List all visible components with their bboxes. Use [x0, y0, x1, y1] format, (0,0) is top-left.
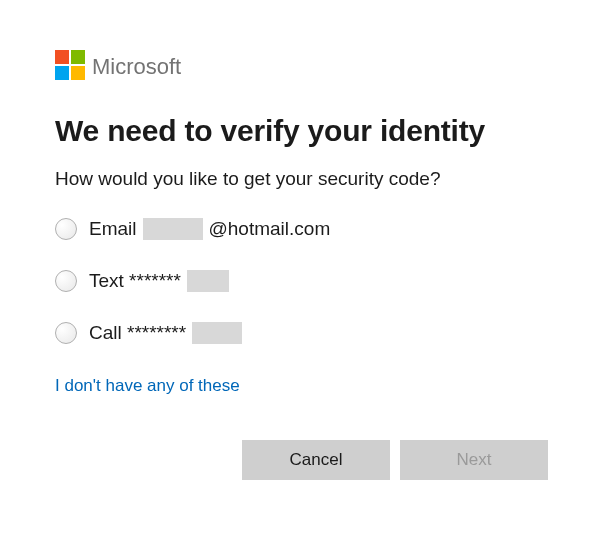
cancel-button[interactable]: Cancel — [242, 440, 390, 480]
prompt-text: How would you like to get your security … — [55, 168, 548, 190]
microsoft-logo-icon — [55, 50, 85, 84]
verification-options: Email @hotmail.com Text ******* Call ***… — [55, 218, 548, 344]
redacted-mask — [187, 270, 229, 292]
option-text[interactable]: Text ******* — [55, 270, 548, 292]
option-text-prefix: Text ******* — [89, 270, 181, 292]
option-email-suffix: @hotmail.com — [209, 218, 331, 240]
radio-icon — [55, 270, 77, 292]
svg-rect-0 — [55, 50, 69, 64]
option-email-label: Email @hotmail.com — [89, 218, 330, 240]
redacted-mask — [143, 218, 203, 240]
option-call-label: Call ******** — [89, 322, 248, 344]
option-text-label: Text ******* — [89, 270, 235, 292]
next-button[interactable]: Next — [400, 440, 548, 480]
svg-rect-2 — [55, 66, 69, 80]
brand-name: Microsoft — [92, 54, 181, 80]
svg-rect-1 — [71, 50, 85, 64]
brand-header: Microsoft — [55, 50, 548, 84]
redacted-mask — [192, 322, 242, 344]
svg-rect-3 — [71, 66, 85, 80]
no-options-link[interactable]: I don't have any of these — [55, 376, 240, 396]
page-title: We need to verify your identity — [55, 114, 548, 148]
radio-icon — [55, 218, 77, 240]
option-email-prefix: Email — [89, 218, 137, 240]
radio-icon — [55, 322, 77, 344]
option-email[interactable]: Email @hotmail.com — [55, 218, 548, 240]
button-row: Cancel Next — [55, 440, 548, 480]
option-call-prefix: Call ******** — [89, 322, 186, 344]
option-call[interactable]: Call ******** — [55, 322, 548, 344]
